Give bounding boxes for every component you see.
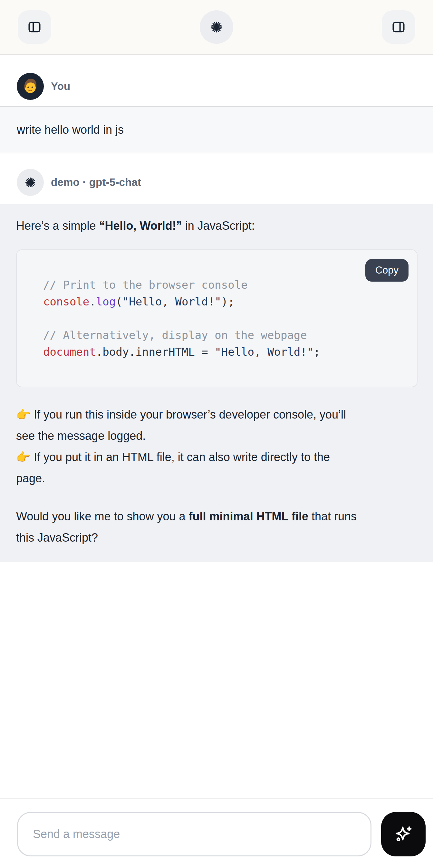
- sidebar-toggle-button[interactable]: [18, 10, 51, 44]
- assistant-message-header: demo · gpt-5-chat: [0, 169, 433, 196]
- person-emoji: [20, 76, 40, 96]
- panel-left-icon: [27, 20, 42, 34]
- user-message: write hello world in js: [0, 106, 433, 153]
- user-avatar: [17, 73, 44, 100]
- starburst-icon: [24, 176, 37, 189]
- top-bar: [0, 0, 433, 55]
- assistant-paragraph-question: Would you like me to show you a full min…: [16, 506, 417, 548]
- user-message-text: write hello world in js: [17, 119, 416, 141]
- assistant-intro: Here’s a simple “Hello, World!” in JavaS…: [16, 217, 417, 235]
- message-input[interactable]: [17, 812, 371, 857]
- code-content: // Print to the browser consoleconsole.l…: [43, 276, 404, 360]
- copy-button[interactable]: Copy: [365, 259, 408, 282]
- chat-transcript: You write hello world in js demo · gpt-5…: [0, 55, 433, 562]
- code-line: console.log("Hello, World!");: [43, 293, 404, 310]
- assistant-message: Here’s a simple “Hello, World!” in JavaS…: [0, 204, 433, 562]
- empty-transcript-space: [0, 562, 433, 798]
- right-panel-toggle-button[interactable]: [382, 10, 415, 44]
- composer: [0, 798, 433, 868]
- code-line: // Print to the browser console: [43, 276, 404, 293]
- code-line: document.body.innerHTML = "Hello, World!…: [43, 343, 404, 360]
- sparkles-icon: [393, 824, 414, 845]
- assistant-avatar: [17, 169, 44, 196]
- user-author-label: You: [51, 80, 70, 92]
- app-logo-button[interactable]: [200, 10, 233, 44]
- starburst-icon: [209, 20, 224, 34]
- code-line: // Alternatively, display on the webpage: [43, 327, 404, 343]
- assistant-author-label: demo · gpt-5-chat: [51, 176, 141, 188]
- panel-right-icon: [391, 20, 406, 34]
- assistant-paragraph-tips: 👉 If you run this inside your browser’s …: [16, 404, 417, 489]
- user-message-header: You: [0, 73, 433, 100]
- code-line: [43, 310, 404, 327]
- send-button[interactable]: [381, 812, 426, 857]
- code-block: Copy // Print to the browser consolecons…: [16, 249, 417, 387]
